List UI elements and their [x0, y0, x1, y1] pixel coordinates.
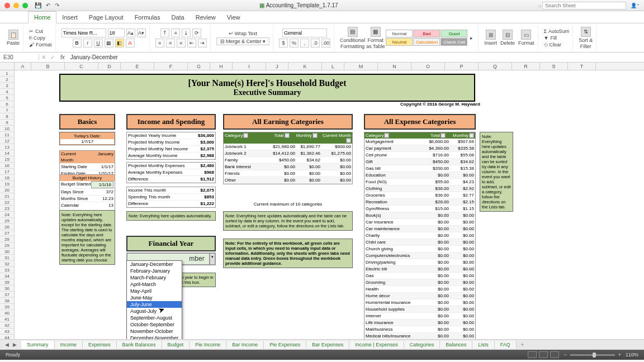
add-sheet-button[interactable]: + [517, 341, 528, 349]
comma-button[interactable]: , [300, 39, 309, 47]
search-sheet-input[interactable] [542, 2, 626, 9]
style-bad[interactable]: Bad [413, 30, 440, 37]
row-header[interactable]: 11 [0, 132, 14, 138]
row-header[interactable]: 37 [0, 292, 14, 298]
formula-input[interactable]: January-December [68, 54, 120, 60]
style-calc[interactable]: Calculation [413, 38, 440, 46]
style-good[interactable]: Good [441, 30, 467, 37]
zoom-level[interactable]: 110% [626, 352, 638, 358]
sheet-tab[interactable]: Income [55, 341, 83, 349]
row-header[interactable]: 1 [0, 70, 14, 77]
share-icon[interactable]: 👤⁺ [631, 3, 640, 8]
column-header[interactable]: C [65, 63, 98, 70]
column-header[interactable]: F [154, 63, 188, 70]
format-cells-button[interactable]: ▭Format [518, 30, 534, 46]
row-header[interactable]: 2 [0, 77, 14, 83]
sheet-tab[interactable]: Balances [440, 341, 472, 349]
row-header[interactable]: 18 [0, 175, 14, 181]
row-header[interactable]: 17 [0, 169, 14, 175]
finyear-dropdown-button[interactable]: ▾ [210, 253, 215, 265]
dec-decimal-button[interactable]: .00 [321, 39, 330, 47]
tab-home[interactable]: Home [28, 11, 56, 23]
column-header[interactable]: P [445, 63, 479, 70]
row-header[interactable]: 20 [0, 187, 14, 193]
row-header[interactable]: 21 [0, 193, 14, 199]
row-header[interactable]: 43 [0, 328, 14, 335]
dropdown-item[interactable]: November-October [127, 328, 182, 335]
column-header[interactable]: J [266, 63, 288, 70]
undo-icon[interactable]: ↶ [46, 2, 50, 8]
expense-col-monthly[interactable]: Monthly▾ [446, 133, 474, 138]
filter-arrow-icon[interactable]: ▾ [285, 133, 290, 138]
sort-filter-button[interactable]: ⇅Sort &Filter [579, 27, 593, 49]
italic-button[interactable]: I [83, 39, 92, 47]
align-center-button[interactable]: ≡ [166, 39, 175, 47]
row-header[interactable]: 29 [0, 242, 14, 249]
sheet-tab[interactable]: Pie Expenses [264, 341, 306, 349]
sheet-tab[interactable]: Categories [404, 341, 441, 349]
row-header[interactable]: 30 [0, 249, 14, 255]
row-header[interactable]: 38 [0, 298, 14, 304]
row-header[interactable]: 7 [0, 107, 14, 113]
indent-inc-button[interactable]: ⇥ [198, 39, 207, 47]
percent-button[interactable]: % [290, 39, 299, 47]
align-right-button[interactable]: ≡ [177, 39, 186, 47]
sheet-tab[interactable]: Budget [162, 341, 190, 349]
increase-font-button[interactable]: A▴ [126, 28, 135, 37]
sheet-nav-last[interactable]: ▶ [11, 342, 18, 347]
sheet-tab[interactable]: Bank Balances [117, 341, 162, 349]
column-header[interactable]: R [512, 63, 540, 70]
row-header[interactable]: 42 [0, 322, 14, 328]
row-header[interactable]: 16 [0, 163, 14, 169]
row-header[interactable]: 39 [0, 304, 14, 310]
name-box[interactable]: E30 [0, 54, 39, 60]
row-header[interactable]: 32 [0, 261, 14, 267]
sheet-tab[interactable]: Bar Expenses [306, 341, 349, 349]
cut-button[interactable]: ✂Cut [29, 28, 43, 34]
sheet-tab[interactable]: Bar Income [226, 341, 264, 349]
align-left-button[interactable]: ≡ [155, 39, 164, 47]
indent-dec-button[interactable]: ⇤ [187, 39, 196, 47]
dropdown-item[interactable]: July-June [127, 301, 182, 308]
dropdown-item[interactable]: January-December [127, 261, 182, 268]
bold-button[interactable]: B [73, 39, 82, 47]
row-header[interactable]: 4 [0, 89, 14, 95]
tab-review[interactable]: Review [190, 12, 221, 23]
filter-arrow-icon[interactable]: ▾ [346, 138, 351, 143]
paste-button[interactable]: 📋 Paste [7, 30, 20, 46]
maximize-window-button[interactable] [22, 3, 28, 8]
earning-col-total[interactable]: Total▾ [261, 133, 289, 143]
styles-more-button[interactable]: ▸ [468, 35, 475, 41]
earning-col-category[interactable]: Category▾ [225, 133, 261, 143]
column-header[interactable]: D [98, 63, 121, 70]
column-header[interactable]: B [31, 63, 65, 70]
decrease-font-button[interactable]: A▾ [137, 28, 146, 37]
conditional-formatting-button[interactable]: ▤ConditionalFormatting [340, 27, 365, 49]
style-normal[interactable]: Normal [386, 30, 413, 37]
column-header[interactable]: E [121, 63, 154, 70]
format-as-table-button[interactable]: ▦Formatas Table [366, 27, 385, 49]
copy-button[interactable]: ⎘Copy [29, 35, 45, 41]
filter-arrow-icon[interactable]: ▾ [312, 133, 318, 138]
earning-col-monthly[interactable]: Monthly▾ [290, 133, 318, 143]
row-header[interactable]: 19 [0, 181, 14, 187]
redo-icon[interactable]: ↷ [55, 2, 59, 8]
sheet-tab[interactable]: Pie Income [190, 341, 226, 349]
row-header[interactable]: 34 [0, 273, 14, 279]
underline-button[interactable]: U [94, 39, 103, 47]
font-color-button[interactable]: A [126, 39, 135, 47]
column-header[interactable]: O [411, 63, 445, 70]
row-header[interactable]: 44 [0, 335, 14, 339]
row-header[interactable]: 41 [0, 316, 14, 322]
expense-col-total[interactable]: Total▾ [417, 133, 446, 138]
zoom-out-button[interactable]: − [564, 352, 566, 358]
column-header[interactable]: M [344, 63, 378, 70]
dropdown-item[interactable]: August-July [127, 308, 182, 315]
filter-arrow-icon[interactable]: ▾ [384, 133, 389, 138]
minimize-window-button[interactable] [13, 3, 19, 8]
column-header[interactable]: S [540, 63, 568, 70]
page-layout-view-button[interactable] [539, 351, 548, 358]
column-header[interactable]: K [288, 63, 322, 70]
row-header[interactable]: 23 [0, 206, 14, 212]
row-header[interactable]: 40 [0, 310, 14, 316]
